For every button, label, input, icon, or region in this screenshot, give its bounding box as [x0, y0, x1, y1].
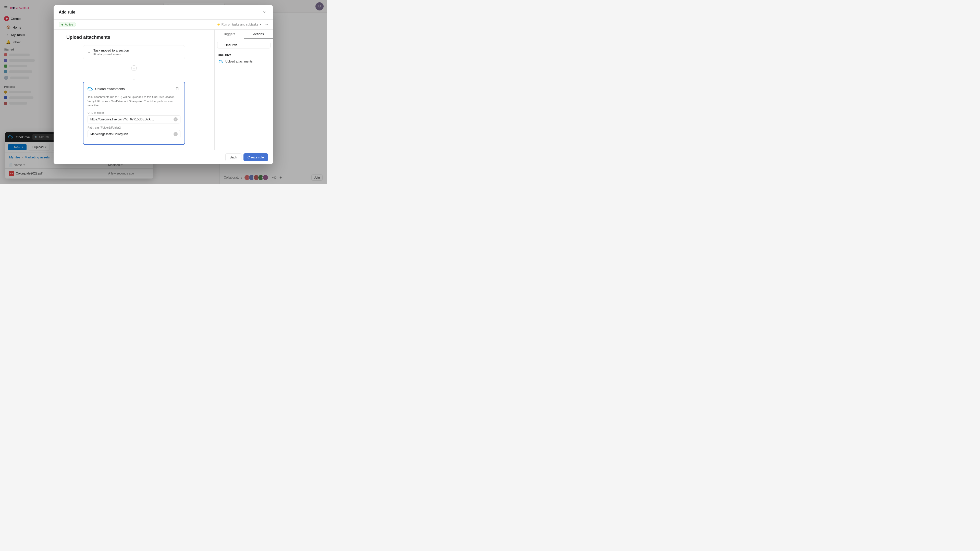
actions-tab-label: Actions: [253, 32, 264, 36]
create-rule-label: Create rule: [248, 156, 264, 159]
url-field-value: https://onedrive.live.com/?id=677156DED7…: [90, 118, 173, 121]
panel-onedrive-icon: [219, 60, 223, 63]
trigger-subtitle: Final approved assets: [94, 53, 181, 56]
onedrive-action-icon: [88, 87, 93, 91]
plus-sign: +: [133, 66, 135, 70]
arrow-down-icon: ↓: [133, 76, 135, 81]
tab-triggers[interactable]: Triggers: [215, 30, 244, 39]
tab-actions[interactable]: Actions: [244, 30, 273, 39]
active-badge: Active: [59, 22, 76, 27]
dialog-header: Add rule ×: [54, 5, 273, 20]
panel-action-label: Upload attachments: [225, 60, 253, 63]
dialog-overlay: Add rule × Active ⚡ Run on tasks and sub…: [0, 0, 327, 184]
triggers-tab-label: Triggers: [223, 32, 235, 36]
action-card-title: Upload attachments: [88, 87, 125, 91]
action-card: Upload attachments 🗑 Task attachments (u…: [83, 82, 185, 145]
url-field[interactable]: https://onedrive.live.com/?id=677156DED7…: [88, 115, 180, 124]
action-title-label: Upload attachments: [95, 87, 125, 91]
add-rule-dialog: Add rule × Active ⚡ Run on tasks and sub…: [54, 5, 273, 164]
back-label: Back: [230, 156, 237, 159]
path-field-value: Marketingassets/Colorguide: [90, 132, 173, 136]
url-clear-button[interactable]: ×: [173, 118, 178, 121]
dialog-close-button[interactable]: ×: [261, 9, 268, 16]
connector-line-bottom: [134, 71, 134, 76]
flow-connector: + ↓: [131, 59, 137, 82]
dialog-main: Upload attachments → Task moved to a sec…: [54, 30, 215, 150]
lightning-icon: ⚡: [217, 23, 221, 26]
panel-section-title: OneDrive: [215, 51, 273, 58]
panel-search-input[interactable]: [217, 42, 270, 48]
close-icon: ×: [263, 10, 266, 15]
delete-action-button[interactable]: 🗑: [174, 86, 180, 92]
trigger-info: Task moved to a section Final approved a…: [94, 48, 181, 56]
back-button[interactable]: Back: [225, 153, 242, 161]
run-on-more[interactable]: ···: [265, 22, 268, 27]
connector-line-top: [134, 60, 134, 65]
panel-search-area: 🔍: [215, 39, 273, 51]
run-on-label: Run on tasks and subtasks: [221, 23, 258, 26]
action-description: Task attachments (up to 10) will be uplo…: [88, 95, 180, 108]
path-clear-button[interactable]: ×: [173, 132, 178, 136]
trigger-arrow-icon: →: [87, 50, 91, 54]
panel-upload-attachments-item[interactable]: Upload attachments: [216, 58, 272, 65]
active-label: Active: [65, 23, 73, 26]
active-dot: [62, 24, 63, 25]
dialog-panel-title: Upload attachments: [66, 35, 110, 40]
dialog-subheader: Active ⚡ Run on tasks and subtasks ▼ ···: [54, 20, 273, 30]
app-background: ☰ asana + Create 🏠 Home ✓ My Tasks 🔔 Inb…: [0, 0, 327, 184]
dialog-title: Add rule: [59, 10, 75, 14]
rule-flow: → Task moved to a section Final approved…: [83, 45, 185, 145]
connector-plus-icon[interactable]: +: [131, 65, 137, 71]
run-on-button[interactable]: ⚡ Run on tasks and subtasks ▼ ···: [217, 22, 268, 27]
panel-tabs: Triggers Actions: [215, 30, 273, 39]
panel-search-wrapper: 🔍: [217, 42, 270, 48]
url-field-label: URL of folder: [88, 111, 180, 114]
path-field[interactable]: Marketingassets/Colorguide ×: [88, 130, 180, 138]
run-on-chevron: ▼: [259, 23, 262, 26]
path-field-label: Path, e.g. 'Folder1/Folder2': [88, 126, 180, 129]
dialog-body: Upload attachments → Task moved to a sec…: [54, 30, 273, 150]
trigger-card: → Task moved to a section Final approved…: [83, 45, 185, 59]
action-card-header: Upload attachments 🗑: [88, 86, 180, 92]
create-rule-button[interactable]: Create rule: [243, 153, 268, 161]
dialog-footer: Back Create rule: [54, 150, 273, 164]
trigger-title: Task moved to a section: [94, 48, 181, 52]
dialog-right-panel: Triggers Actions 🔍 OneDrive: [215, 30, 273, 150]
